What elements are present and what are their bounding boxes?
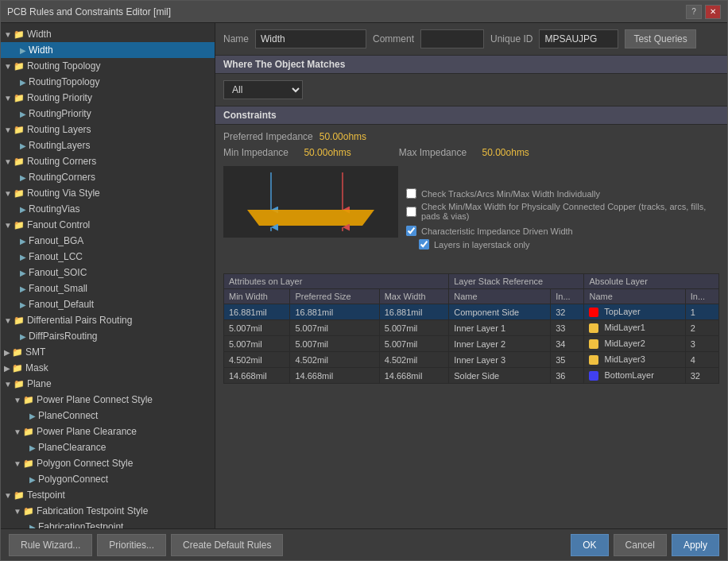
characteristic-label: Characteristic Impedance Driven Width <box>421 226 573 236</box>
create-default-rules-button[interactable]: Create Default Rules <box>171 534 283 556</box>
tree-label: RoutingLayers <box>29 140 90 151</box>
tree-item-routing-priority-root[interactable]: ▼ 📁 Routing Priority <box>1 90 215 106</box>
folder-icon: 📁 <box>14 490 25 501</box>
test-queries-button[interactable]: Test Queries <box>625 29 695 48</box>
tree-item-fanout-default[interactable]: ▶ Fanout_Default <box>1 296 215 312</box>
expand-icon: ▶ <box>4 364 10 373</box>
tree-item-plane-clearance-leaf[interactable]: ▶ PlaneClearance <box>1 439 215 455</box>
ok-button[interactable]: OK <box>571 534 608 556</box>
leaf-icon: ▶ <box>29 412 36 420</box>
preferred-impedance-label: Preferred Impedance <box>223 131 313 142</box>
comment-input[interactable] <box>420 29 484 48</box>
cell-ref-in: 33 <box>551 320 584 336</box>
tree-item-polygon-connect-root[interactable]: ▼ 📁 Polygon Connect Style <box>1 455 215 471</box>
tree-item-smt-root[interactable]: ▶ 📁 SMT <box>1 344 215 360</box>
bottom-bar: Rule Wizard... Priorities... Create Defa… <box>1 528 727 560</box>
tree-item-routing-priority-leaf[interactable]: ▶ RoutingPriority <box>1 106 215 122</box>
cell-ref-in: 34 <box>551 336 584 352</box>
tree-item-mask-root[interactable]: ▶ 📁 Mask <box>1 360 215 376</box>
tree-label: Polygon Connect Style <box>37 458 133 469</box>
tree-item-routing-layers-root[interactable]: ▼ 📁 Routing Layers <box>1 122 215 137</box>
tree-item-fanout-lcc[interactable]: ▶ Fanout_LCC <box>1 249 215 265</box>
close-button[interactable]: ✕ <box>705 5 721 19</box>
tree-item-testpoint-root[interactable]: ▼ 📁 Testpoint <box>1 487 215 503</box>
cell-ref-name: Inner Layer 3 <box>449 352 551 368</box>
tree-item-fanout-root[interactable]: ▼ 📁 Fanout Control <box>1 217 215 233</box>
tree-item-width-root[interactable]: ▼ 📁 Width <box>1 26 215 42</box>
col-abs-in: In... <box>685 289 718 304</box>
tree-item-fanout-small[interactable]: ▶ Fanout_Small <box>1 280 215 296</box>
tree-item-routing-corners-root[interactable]: ▼ 📁 Routing Corners <box>1 153 215 169</box>
min-impedance-value: 50.00ohms <box>304 147 350 158</box>
tree-item-fab-testpoint-style-root[interactable]: ▼ 📁 Fabrication Testpoint Style <box>1 503 215 519</box>
uniqueid-input[interactable] <box>539 29 618 48</box>
layers-only-checkbox[interactable] <box>419 239 429 250</box>
bottom-left-buttons: Rule Wizard... Priorities... Create Defa… <box>9 534 283 556</box>
name-input[interactable] <box>255 29 366 48</box>
apply-button[interactable]: Apply <box>672 534 719 556</box>
priorities-button[interactable]: Priorities... <box>97 534 166 556</box>
table-row[interactable]: 16.881mil 16.881mil 16.881mil Component … <box>224 304 719 320</box>
match-dropdown[interactable]: All Net Net Class Layer Custom Query <box>223 80 303 99</box>
table-row[interactable]: 14.668mil 14.668mil 14.668mil Solder Sid… <box>224 368 719 384</box>
tree-label: Routing Priority <box>27 92 92 103</box>
rule-wizard-button[interactable]: Rule Wizard... <box>9 534 92 556</box>
tree-label: Power Plane Connect Style <box>37 394 153 405</box>
help-button[interactable]: ? <box>686 5 702 19</box>
preferred-impedance-value: 50.00ohms <box>319 131 366 142</box>
tree-label: Fanout_Small <box>29 283 87 294</box>
characteristic-checkbox[interactable] <box>406 226 416 236</box>
expand-icon: ▼ <box>4 94 12 103</box>
table-row[interactable]: 4.502mil 4.502mil 4.502mil Inner Layer 3… <box>224 352 719 368</box>
expand-icon: ▼ <box>4 30 12 39</box>
check-minmax-checkbox[interactable] <box>406 207 416 217</box>
layer-color-dot <box>589 371 598 381</box>
expand-icon: ▼ <box>4 157 12 166</box>
cell-max-width: 4.502mil <box>379 352 449 368</box>
where-section-header: Where The Object Matches <box>215 56 727 74</box>
table-row[interactable]: 5.007mil 5.007mil 5.007mil Inner Layer 2… <box>224 336 719 352</box>
layers-only-row: Layers in layerstack only <box>419 239 719 250</box>
table-row[interactable]: 5.007mil 5.007mil 5.007mil Inner Layer 1… <box>224 320 719 336</box>
tree-item-routing-topology-leaf[interactable]: ▶ RoutingTopology <box>1 74 215 90</box>
tree-item-diffpairs-leaf[interactable]: ▶ DiffPairsRouting <box>1 328 215 344</box>
tree-item-diffpairs-root[interactable]: ▼ 📁 Differential Pairs Routing <box>1 312 215 328</box>
layer-table-body: 16.881mil 16.881mil 16.881mil Component … <box>224 304 719 384</box>
tree-item-power-plane-connect-root[interactable]: ▼ 📁 Power Plane Connect Style <box>1 392 215 408</box>
cell-max-width: 16.881mil <box>379 304 449 320</box>
tree-label: Width <box>27 29 52 40</box>
layer-color-dot <box>589 323 598 333</box>
tree-item-polygon-connect-leaf[interactable]: ▶ PolygonConnect <box>1 471 215 487</box>
tree-item-fab-testpoint-leaf[interactable]: ▶ FabricationTestpoint <box>1 519 215 528</box>
cell-ref-in: 36 <box>551 368 584 384</box>
folder-icon: 📁 <box>14 379 25 389</box>
leaf-icon: ▶ <box>20 237 26 246</box>
tree-item-routing-corners-leaf[interactable]: ▶ RoutingCorners <box>1 169 215 185</box>
bottom-right-buttons: OK Cancel Apply <box>571 534 719 556</box>
tree-item-routing-layers-leaf[interactable]: ▶ RoutingLayers <box>1 137 215 153</box>
absolute-layer-header: Absolute Layer <box>584 274 719 289</box>
right-panel: Name Comment Unique ID Test Queries Wher… <box>215 23 727 528</box>
col-min-width: Min Width <box>224 289 290 304</box>
check-tracks-label: Check Tracks/Arcs Min/Max Width Individu… <box>421 189 600 199</box>
tree-item-plane-connect-leaf[interactable]: ▶ PlaneConnect <box>1 408 215 424</box>
check-tracks-checkbox[interactable] <box>406 188 416 199</box>
check-tracks-row: Check Tracks/Arcs Min/Max Width Individu… <box>406 188 719 199</box>
tree-item-routing-vias-leaf[interactable]: ▶ RoutingVias <box>1 201 215 217</box>
tree-item-routing-via-root[interactable]: ▼ 📁 Routing Via Style <box>1 185 215 201</box>
max-impedance-value: 50.00ohms <box>482 147 529 158</box>
tree-item-fanout-soic[interactable]: ▶ Fanout_SOIC <box>1 265 215 280</box>
col-pref-size: Preferred Size <box>290 289 379 304</box>
tree-item-fanout-bga[interactable]: ▶ Fanout_BGA <box>1 233 215 249</box>
tree-label: Routing Topology <box>27 60 101 72</box>
folder-icon: 📁 <box>23 458 34 469</box>
tree-item-width-leaf[interactable]: ▶ Width <box>1 42 215 58</box>
tree-item-power-plane-clearance-root[interactable]: ▼ 📁 Power Plane Clearance <box>1 424 215 439</box>
cancel-button[interactable]: Cancel <box>614 534 667 556</box>
tree-label: Routing Corners <box>27 156 96 167</box>
tree-item-plane-root[interactable]: ▼ 📁 Plane <box>1 376 215 392</box>
tree-label: RoutingPriority <box>29 108 91 119</box>
layer-table-section: Attributes on Layer Layer Stack Referenc… <box>223 273 719 384</box>
tree-item-routing-topology-root[interactable]: ▼ 📁 Routing Topology <box>1 58 215 74</box>
leaf-icon: ▶ <box>29 523 36 529</box>
